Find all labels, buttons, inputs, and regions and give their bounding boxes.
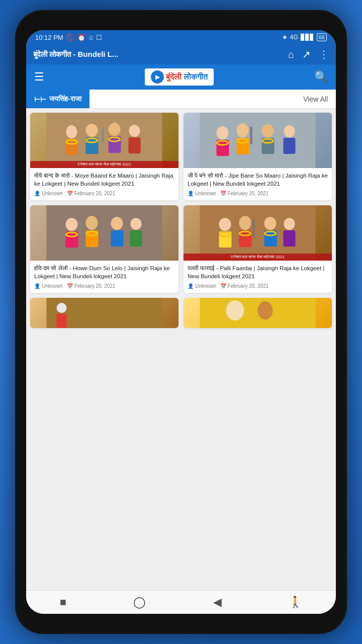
music-icon: ♫ xyxy=(88,34,94,41)
author-name-4: Unknown xyxy=(195,283,216,289)
back-button[interactable]: ◀ xyxy=(213,596,222,609)
svg-point-50 xyxy=(284,218,295,230)
card-body-1: मोये बान्द के मारो - Moye Baand Ke Maaro… xyxy=(30,168,178,200)
category-tab: ⊢⊢ जयसिंह-राजा View All xyxy=(26,90,336,109)
date-2: 📅 February 20, 2021 xyxy=(220,191,269,196)
svg-rect-10 xyxy=(129,137,141,153)
svg-point-2 xyxy=(66,125,77,138)
grid-icon: ⊢⊢ xyxy=(34,95,46,103)
author-name-2: Unknown xyxy=(195,191,216,196)
card-body-3: होवे दम सो लेलो - Howe Dum So Lelo | Jai… xyxy=(30,261,178,293)
logo-text-lokgeet: लोकगीत xyxy=(184,72,208,82)
video-card-6-partial[interactable] xyxy=(184,298,332,328)
svg-rect-36 xyxy=(111,230,124,247)
date-4: 📅 February 20, 2021 xyxy=(220,283,269,289)
svg-point-30 xyxy=(66,218,78,231)
author-2: 👤 Unknown xyxy=(188,191,216,196)
svg-rect-20 xyxy=(250,127,252,144)
calendar-icon-2: 📅 xyxy=(220,191,226,196)
author-name-3: Unknown xyxy=(42,283,63,289)
bottom-nav: ■ ◯ ◀ 🚶 xyxy=(26,590,336,614)
card-meta-1: 👤 Unknown 📅 February 20, 2021 xyxy=(34,191,174,196)
card-title-2: जी पे बने सो मारो - Jipe Bane So Maaro |… xyxy=(188,172,328,188)
active-category-tab[interactable]: ⊢⊢ जयसिंह-राजा xyxy=(26,90,89,108)
svg-point-16 xyxy=(217,126,229,139)
date-text-1: February 20, 2021 xyxy=(74,191,116,196)
date-3: 📅 February 20, 2021 xyxy=(67,283,116,289)
share-icon[interactable]: ↗ xyxy=(302,48,311,60)
home-icon[interactable]: ⌂ xyxy=(288,49,294,60)
card-meta-3: 👤 Unknown 📅 February 20, 2021 xyxy=(34,283,174,289)
calendar-icon-1: 📅 xyxy=(67,191,73,196)
author-3: 👤 Unknown xyxy=(34,283,63,289)
svg-rect-57 xyxy=(57,314,67,328)
svg-point-32 xyxy=(86,216,98,230)
person-icon[interactable]: 🚶 xyxy=(289,596,302,609)
screen-icon: ☐ xyxy=(96,34,102,41)
logo-area: ▶ बुंदेली लोकगीत xyxy=(145,68,214,86)
date-text-4: February 20, 2021 xyxy=(228,283,269,289)
nav-bar: ☰ ▶ बुंदेली लोकगीत 🔍 xyxy=(26,64,336,90)
battery-level: 66 xyxy=(319,34,325,40)
svg-point-21 xyxy=(262,124,274,137)
svg-point-18 xyxy=(237,123,249,137)
hamburger-menu-icon[interactable]: ☰ xyxy=(34,70,44,84)
svg-point-48 xyxy=(264,217,277,230)
app-header: बुंदेली लोकगीत - Bundeli L... ⌂ ↗ ⋮ xyxy=(26,44,336,64)
date-text-2: February 20, 2021 xyxy=(228,191,269,196)
status-right: ★ 4G ▊▊▊ 66 xyxy=(282,33,327,41)
app-title: बुंदेली लोकगीत - Bundeli L... xyxy=(33,50,288,59)
cards-grid: टनेश्वर धाम सागर मेला महोत्सव 2021 मोये … xyxy=(30,113,332,328)
phone-screen: 10:12 PM 🚫 ⏰ ♫ ☐ ★ 4G ▊▊▊ 66 बुंदेली लोक… xyxy=(26,30,336,614)
battery-indicator: 66 xyxy=(317,33,327,41)
thumbnail-banner-4: टनेश्वर धाम सागर मेला महोत्सव 2021 xyxy=(184,254,332,261)
home-button[interactable]: ◯ xyxy=(133,596,146,609)
calendar-icon-3: 📅 xyxy=(67,283,73,289)
card-thumbnail-2 xyxy=(184,113,332,168)
wifi-icon: 🚫 xyxy=(66,34,74,41)
svg-point-35 xyxy=(111,217,123,230)
thumbnail-banner-1: टनेश्वर धाम सागर मेला महोत्सव 2021 xyxy=(30,161,178,168)
card-meta-2: 👤 Unknown 📅 February 20, 2021 xyxy=(188,191,328,196)
search-icon[interactable]: 🔍 xyxy=(314,70,328,84)
svg-rect-38 xyxy=(130,230,142,247)
video-card-2[interactable]: जी पे बने सो मारो - Jipe Bane So Maaro |… xyxy=(184,113,332,200)
svg-rect-4 xyxy=(102,128,104,143)
author-icon-4: 👤 xyxy=(188,283,194,289)
video-card-3[interactable]: होवे दम सो लेलो - Howe Dum So Lelo | Jai… xyxy=(30,205,178,293)
author-icon-1: 👤 xyxy=(34,191,40,196)
card-title-4: पल्ली फारदई - Palli Faardai | Jaisingh R… xyxy=(188,264,328,280)
date-1: 📅 February 20, 2021 xyxy=(67,191,116,196)
svg-point-37 xyxy=(131,218,142,230)
svg-rect-1 xyxy=(47,113,162,168)
svg-point-7 xyxy=(109,123,121,136)
video-card-4[interactable]: टनेश्वर धाम सागर मेला महोत्सव 2021 पल्ली… xyxy=(184,205,332,293)
card-title-1: मोये बान्द के मारो - Moye Baand Ke Maaro… xyxy=(34,172,174,188)
author-4: 👤 Unknown xyxy=(188,283,216,289)
svg-point-56 xyxy=(57,303,67,313)
svg-rect-45 xyxy=(253,219,255,237)
status-bar: 10:12 PM 🚫 ⏰ ♫ ☐ ★ 4G ▊▊▊ 66 xyxy=(26,30,336,44)
author-icon-2: 👤 xyxy=(188,191,194,196)
video-card-1[interactable]: टनेश्वर धाम सागर मेला महोत्सव 2021 मोये … xyxy=(30,113,178,200)
card-thumbnail-3 xyxy=(30,205,178,261)
view-all-button[interactable]: View All xyxy=(295,90,336,108)
svg-rect-29 xyxy=(47,205,162,261)
card-body-2: जी पे बने सो मारो - Jipe Bane So Maaro |… xyxy=(184,168,332,200)
video-card-5-partial[interactable] xyxy=(30,298,178,328)
svg-point-5 xyxy=(86,124,98,137)
signal-bars: ▊▊▊ xyxy=(301,34,314,41)
svg-rect-24 xyxy=(284,138,296,154)
more-options-icon[interactable]: ⋮ xyxy=(319,48,329,60)
svg-rect-34 xyxy=(79,220,81,235)
svg-point-23 xyxy=(284,125,295,137)
card-body-4: पल्ली फारदई - Palli Faardai | Jaisingh R… xyxy=(184,261,332,293)
logo-text-bundeli: बुंदेली xyxy=(166,72,182,82)
svg-point-43 xyxy=(219,218,231,231)
author-name-1: Unknown xyxy=(42,191,63,196)
bluetooth-icon: ★ xyxy=(282,34,288,41)
card-thumbnail-1: टनेश्वर धाम सागर मेला महोत्सव 2021 xyxy=(30,113,178,168)
category-label: जयसिंह-राजा xyxy=(49,95,81,103)
calendar-icon-4: 📅 xyxy=(220,283,226,289)
stop-button[interactable]: ■ xyxy=(60,596,66,609)
